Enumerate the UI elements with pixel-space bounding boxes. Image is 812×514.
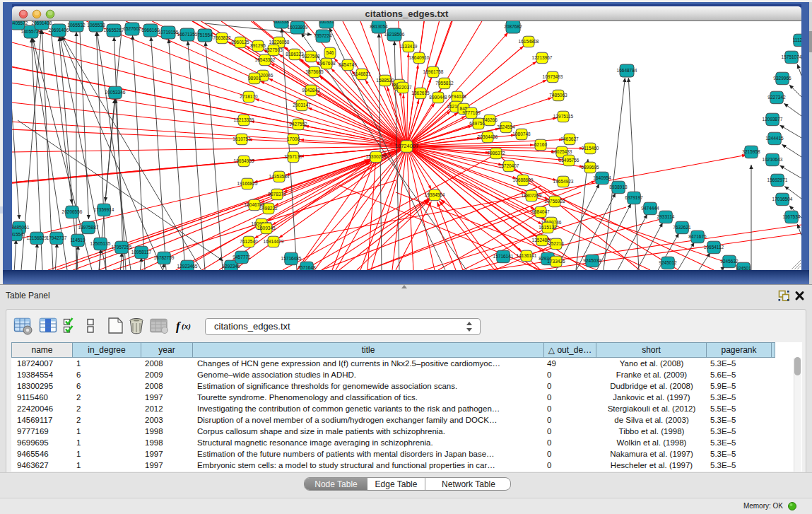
svg-text:17359914: 17359914 — [94, 207, 114, 212]
svg-text:17942737: 17942737 — [47, 235, 67, 240]
svg-text:9474444: 9474444 — [641, 206, 659, 211]
svg-text:1527602: 1527602 — [123, 26, 141, 31]
svg-text:19384554: 19384554 — [425, 192, 445, 197]
svg-text:9457771: 9457771 — [233, 255, 251, 259]
svg-text:20053346: 20053346 — [105, 90, 126, 95]
svg-text:1065532: 1065532 — [67, 23, 86, 28]
svg-text:1167534: 1167534 — [783, 214, 801, 219]
svg-text:8990448: 8990448 — [429, 95, 447, 100]
svg-text:9245632: 9245632 — [720, 259, 739, 264]
svg-text:16671355: 16671355 — [177, 32, 198, 37]
svg-text:8960125: 8960125 — [231, 40, 249, 45]
svg-text:9329966: 9329966 — [773, 76, 792, 81]
svg-text:98901: 98901 — [248, 76, 261, 81]
svg-text:10688609: 10688609 — [513, 177, 534, 182]
svg-text:7632621: 7632621 — [673, 225, 691, 230]
svg-text:1571648: 1571648 — [298, 265, 316, 270]
svg-text:18226058: 18226058 — [269, 40, 290, 45]
svg-text:18405572: 18405572 — [12, 21, 28, 25]
svg-text:1615132: 1615132 — [539, 225, 557, 230]
svg-text:6379197: 6379197 — [625, 195, 643, 200]
svg-text:16648784: 16648784 — [617, 68, 637, 73]
svg-text:12505135: 12505135 — [90, 241, 111, 246]
svg-text:751554: 751554 — [197, 33, 213, 37]
svg-text:9327503: 9327503 — [264, 47, 283, 52]
svg-text:16914479: 16914479 — [264, 239, 284, 244]
svg-text:12213339: 12213339 — [234, 117, 254, 122]
svg-text:1640954: 1640954 — [593, 175, 611, 180]
svg-text:2933114: 2933114 — [657, 214, 675, 219]
svg-text:8186323: 8186323 — [286, 52, 304, 57]
svg-text:746266: 746266 — [482, 117, 498, 122]
svg-text:15720407: 15720407 — [499, 163, 519, 168]
svg-text:16961758: 16961758 — [423, 69, 444, 74]
svg-text:6966160: 6966160 — [141, 28, 160, 33]
svg-text:3824554: 3824554 — [497, 124, 515, 129]
svg-text:10958117: 10958117 — [131, 250, 152, 255]
svg-text:1244415: 1244415 — [765, 136, 784, 141]
svg-text:16046745: 16046745 — [245, 202, 265, 207]
svg-text:10973493: 10973493 — [543, 74, 563, 79]
svg-text:13975887: 13975887 — [78, 225, 99, 230]
svg-text:114519: 114519 — [70, 238, 86, 243]
svg-text:20206556: 20206556 — [62, 209, 83, 214]
svg-text:3875685: 3875685 — [305, 69, 324, 74]
svg-text:15716485: 15716485 — [281, 256, 302, 261]
svg-text:9245012: 9245012 — [659, 260, 677, 265]
svg-text:14136141: 14136141 — [517, 253, 537, 258]
svg-text:19218506: 19218506 — [384, 32, 405, 37]
svg-text:9146821: 9146821 — [353, 71, 371, 76]
svg-text:9427552: 9427552 — [289, 122, 307, 127]
svg-text:1080748: 1080748 — [512, 132, 531, 136]
svg-text:1733426: 1733426 — [547, 259, 565, 264]
svg-text:9245033: 9245033 — [583, 258, 601, 263]
svg-text:1610753: 1610753 — [233, 136, 251, 141]
svg-text:14353584: 14353584 — [269, 174, 290, 179]
svg-text:2967608: 2967608 — [317, 61, 336, 66]
svg-text:6899695: 6899695 — [581, 165, 599, 170]
svg-text:17957255: 17957255 — [112, 245, 132, 250]
svg-text:19654935: 19654935 — [234, 158, 254, 163]
svg-text:17006: 17006 — [287, 136, 300, 141]
svg-text:3267130: 3267130 — [284, 154, 302, 159]
svg-text:1362615: 1362615 — [411, 90, 430, 95]
svg-text:7663822: 7663822 — [213, 35, 231, 40]
svg-text:891295: 891295 — [250, 43, 266, 48]
svg-text:15300275: 15300275 — [366, 154, 387, 159]
svg-text:7955812: 7955812 — [435, 81, 454, 86]
svg-text:111254: 111254 — [793, 37, 801, 42]
svg-text:924501: 924501 — [736, 266, 751, 270]
svg-text:17016504: 17016504 — [772, 197, 793, 201]
svg-text:7612540: 7612540 — [240, 239, 258, 244]
svg-text:12923465: 12923465 — [177, 264, 198, 269]
svg-text:8938918: 8938918 — [609, 185, 628, 189]
svg-text:12093877: 12093877 — [763, 117, 783, 122]
svg-text:2903147: 2903147 — [293, 103, 311, 107]
svg-text:18807269: 18807269 — [522, 193, 542, 198]
svg-text:1292346: 1292346 — [222, 264, 240, 269]
svg-text:9327508: 9327508 — [302, 54, 320, 59]
svg-text:16782759: 16782759 — [154, 255, 175, 260]
svg-text:16543362: 16543362 — [255, 57, 276, 62]
svg-text:18724007: 18724007 — [395, 143, 418, 149]
svg-text:15692971: 15692971 — [767, 177, 788, 182]
svg-text:15751074: 15751074 — [782, 54, 801, 59]
svg-text:1065538: 1065538 — [87, 23, 105, 28]
svg-text:8878374: 8878374 — [268, 192, 286, 197]
svg-text:18640910: 18640910 — [409, 55, 430, 60]
svg-text:9242843: 9242843 — [302, 88, 320, 93]
svg-text:391554: 391554 — [12, 232, 23, 237]
svg-text:2718170: 2718170 — [240, 94, 258, 99]
svg-text:9463627: 9463627 — [560, 136, 579, 141]
svg-text:9227342: 9227342 — [767, 95, 786, 100]
svg-text:9115460: 9115460 — [582, 146, 599, 151]
svg-text:15716141: 15716141 — [493, 254, 514, 259]
svg-text:62160: 62160 — [534, 142, 547, 147]
svg-text:10654112: 10654112 — [704, 245, 724, 250]
svg-text:10719155: 10719155 — [158, 30, 179, 35]
svg-text:1133419: 1133419 — [400, 44, 418, 49]
svg-text:10210643: 10210643 — [763, 157, 783, 162]
svg-text:546: 546 — [326, 50, 334, 55]
svg-text:252214: 252214 — [548, 241, 564, 246]
svg-text:f: f — [176, 320, 182, 333]
